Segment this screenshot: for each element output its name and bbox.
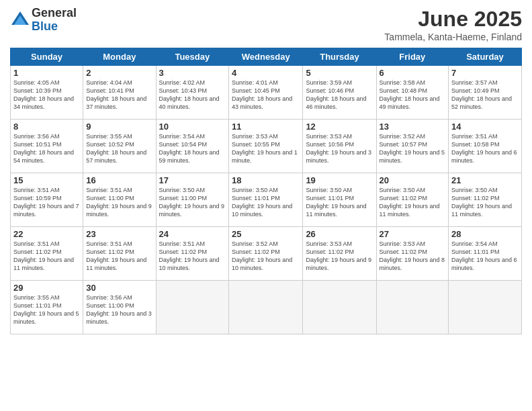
day-info: Sunrise: 3:51 AMSunset: 11:02 PMDaylight… xyxy=(86,240,152,273)
day-info: Sunrise: 3:53 AMSunset: 11:02 PMDaylight… xyxy=(306,240,373,273)
day-info: Sunrise: 3:50 AMSunset: 11:02 PMDaylight… xyxy=(451,186,519,219)
day-number: 29 xyxy=(13,283,80,293)
day-info: Sunrise: 3:50 AMSunset: 11:01 PMDaylight… xyxy=(232,186,300,219)
calendar-cell: 10Sunrise: 3:54 AMSunset: 10:54 PMDaylig… xyxy=(156,120,229,173)
day-info: Sunrise: 3:55 AMSunset: 11:01 PMDaylight… xyxy=(13,293,80,326)
calendar-cell xyxy=(229,281,303,334)
day-number: 12 xyxy=(306,122,373,132)
calendar-cell xyxy=(376,281,449,334)
calendar-week-row: 22Sunrise: 3:51 AMSunset: 11:02 PMDaylig… xyxy=(11,227,522,281)
day-info: Sunrise: 3:50 AMSunset: 11:02 PMDaylight… xyxy=(380,186,446,219)
calendar-day-header: Tuesday xyxy=(156,48,229,66)
calendar-cell: 3Sunrise: 4:02 AMSunset: 10:43 PMDayligh… xyxy=(156,66,229,120)
calendar-cell: 18Sunrise: 3:50 AMSunset: 11:01 PMDaylig… xyxy=(229,173,303,227)
logo-general: General xyxy=(32,7,77,20)
day-number: 10 xyxy=(159,122,226,132)
day-number: 26 xyxy=(306,229,373,239)
day-info: Sunrise: 3:57 AMSunset: 10:49 PMDaylight… xyxy=(451,79,519,111)
day-info: Sunrise: 3:50 AMSunset: 11:01 PMDaylight… xyxy=(306,186,373,219)
header: General Blue June 2025 Tammela, Kanta-Ha… xyxy=(10,7,522,42)
calendar-cell: 6Sunrise: 3:58 AMSunset: 10:48 PMDayligh… xyxy=(376,66,449,120)
calendar-cell: 4Sunrise: 4:01 AMSunset: 10:45 PMDayligh… xyxy=(229,66,303,120)
page: General Blue June 2025 Tammela, Kanta-Ha… xyxy=(0,0,532,411)
day-number: 24 xyxy=(159,229,226,239)
day-info: Sunrise: 3:52 AMSunset: 11:02 PMDaylight… xyxy=(232,240,300,273)
day-info: Sunrise: 4:05 AMSunset: 10:39 PMDaylight… xyxy=(13,79,80,111)
day-number: 7 xyxy=(451,68,519,78)
title-section: June 2025 Tammela, Kanta-Haeme, Finland xyxy=(384,7,522,42)
calendar-cell: 24Sunrise: 3:51 AMSunset: 11:02 PMDaylig… xyxy=(156,227,229,281)
calendar-week-row: 15Sunrise: 3:51 AMSunset: 10:59 PMDaylig… xyxy=(11,173,522,227)
calendar-cell: 16Sunrise: 3:51 AMSunset: 11:00 PMDaylig… xyxy=(83,173,156,227)
calendar-cell: 2Sunrise: 4:04 AMSunset: 10:41 PMDayligh… xyxy=(83,66,156,120)
calendar-cell: 28Sunrise: 3:54 AMSunset: 11:01 PMDaylig… xyxy=(449,227,522,281)
calendar-cell: 15Sunrise: 3:51 AMSunset: 10:59 PMDaylig… xyxy=(11,173,83,227)
day-number: 25 xyxy=(232,229,300,239)
day-number: 9 xyxy=(86,122,152,132)
calendar-cell: 8Sunrise: 3:56 AMSunset: 10:51 PMDayligh… xyxy=(11,120,83,173)
day-number: 19 xyxy=(306,175,373,185)
day-info: Sunrise: 3:53 AMSunset: 10:56 PMDaylight… xyxy=(306,132,373,165)
day-number: 3 xyxy=(159,68,226,78)
day-info: Sunrise: 4:04 AMSunset: 10:41 PMDaylight… xyxy=(86,79,152,111)
calendar-week-row: 29Sunrise: 3:55 AMSunset: 11:01 PMDaylig… xyxy=(11,281,522,334)
calendar-cell: 12Sunrise: 3:53 AMSunset: 10:56 PMDaylig… xyxy=(303,120,376,173)
calendar-week-row: 8Sunrise: 3:56 AMSunset: 10:51 PMDayligh… xyxy=(11,120,522,173)
day-number: 20 xyxy=(380,175,446,185)
day-number: 15 xyxy=(13,175,80,185)
calendar-cell: 27Sunrise: 3:53 AMSunset: 11:02 PMDaylig… xyxy=(376,227,449,281)
calendar-week-row: 1Sunrise: 4:05 AMSunset: 10:39 PMDayligh… xyxy=(11,66,522,120)
calendar-cell: 30Sunrise: 3:56 AMSunset: 11:00 PMDaylig… xyxy=(83,281,156,334)
day-info: Sunrise: 4:01 AMSunset: 10:45 PMDaylight… xyxy=(232,79,300,111)
day-number: 23 xyxy=(86,229,152,239)
day-info: Sunrise: 4:02 AMSunset: 10:43 PMDaylight… xyxy=(159,79,226,111)
day-info: Sunrise: 3:51 AMSunset: 10:59 PMDaylight… xyxy=(13,186,80,219)
day-info: Sunrise: 3:50 AMSunset: 11:00 PMDaylight… xyxy=(159,186,226,219)
day-info: Sunrise: 3:59 AMSunset: 10:46 PMDaylight… xyxy=(306,79,373,111)
day-number: 11 xyxy=(232,122,300,132)
calendar-body: 1Sunrise: 4:05 AMSunset: 10:39 PMDayligh… xyxy=(11,66,522,334)
day-info: Sunrise: 3:55 AMSunset: 10:52 PMDaylight… xyxy=(86,132,152,165)
day-info: Sunrise: 3:53 AMSunset: 11:02 PMDaylight… xyxy=(380,240,446,273)
day-number: 13 xyxy=(380,122,446,132)
day-info: Sunrise: 3:56 AMSunset: 10:51 PMDaylight… xyxy=(13,132,80,165)
calendar-cell: 11Sunrise: 3:53 AMSunset: 10:55 PMDaylig… xyxy=(229,120,303,173)
calendar-cell: 23Sunrise: 3:51 AMSunset: 11:02 PMDaylig… xyxy=(83,227,156,281)
day-number: 8 xyxy=(13,122,80,132)
day-number: 2 xyxy=(86,68,152,78)
day-number: 14 xyxy=(451,122,519,132)
calendar-cell: 22Sunrise: 3:51 AMSunset: 11:02 PMDaylig… xyxy=(11,227,83,281)
calendar-cell: 19Sunrise: 3:50 AMSunset: 11:01 PMDaylig… xyxy=(303,173,376,227)
day-number: 22 xyxy=(13,229,80,239)
day-info: Sunrise: 3:56 AMSunset: 11:00 PMDaylight… xyxy=(86,293,152,326)
calendar-day-header: Wednesday xyxy=(229,48,303,66)
calendar-cell: 21Sunrise: 3:50 AMSunset: 11:02 PMDaylig… xyxy=(449,173,522,227)
calendar-cell: 1Sunrise: 4:05 AMSunset: 10:39 PMDayligh… xyxy=(11,66,83,120)
logo-icon xyxy=(10,10,30,30)
calendar-day-header: Thursday xyxy=(303,48,376,66)
day-number: 5 xyxy=(306,68,373,78)
logo-text: General Blue xyxy=(32,7,77,34)
calendar-cell: 7Sunrise: 3:57 AMSunset: 10:49 PMDayligh… xyxy=(449,66,522,120)
day-info: Sunrise: 3:52 AMSunset: 10:57 PMDaylight… xyxy=(380,132,446,165)
calendar-header-row: SundayMondayTuesdayWednesdayThursdayFrid… xyxy=(11,48,522,66)
day-info: Sunrise: 3:51 AMSunset: 11:02 PMDaylight… xyxy=(159,240,226,273)
calendar-cell xyxy=(303,281,376,334)
calendar-cell: 17Sunrise: 3:50 AMSunset: 11:00 PMDaylig… xyxy=(156,173,229,227)
day-info: Sunrise: 3:51 AMSunset: 11:02 PMDaylight… xyxy=(13,240,80,273)
day-info: Sunrise: 3:53 AMSunset: 10:55 PMDaylight… xyxy=(232,132,300,165)
calendar-day-header: Monday xyxy=(83,48,156,66)
day-number: 27 xyxy=(380,229,446,239)
day-info: Sunrise: 3:54 AMSunset: 11:01 PMDaylight… xyxy=(451,240,519,273)
day-number: 30 xyxy=(86,283,152,293)
day-number: 16 xyxy=(86,175,152,185)
day-number: 4 xyxy=(232,68,300,78)
day-number: 18 xyxy=(232,175,300,185)
logo: General Blue xyxy=(10,7,77,34)
calendar-cell xyxy=(156,281,229,334)
day-info: Sunrise: 3:58 AMSunset: 10:48 PMDaylight… xyxy=(380,79,446,111)
calendar-cell: 5Sunrise: 3:59 AMSunset: 10:46 PMDayligh… xyxy=(303,66,376,120)
main-title: June 2025 xyxy=(384,7,522,32)
calendar-day-header: Sunday xyxy=(11,48,83,66)
calendar-cell xyxy=(449,281,522,334)
